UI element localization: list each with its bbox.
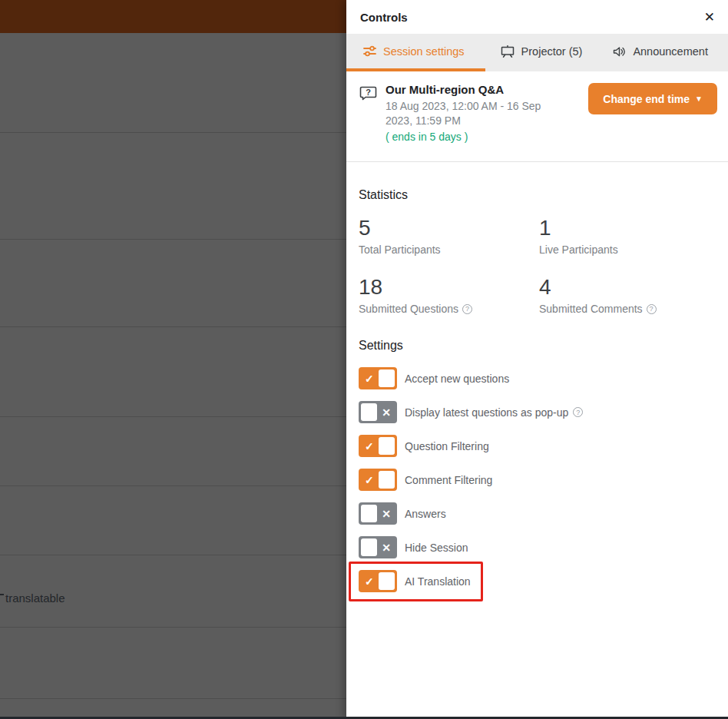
help-icon[interactable]: ? — [647, 304, 657, 314]
toggle-label: Question Filtering — [405, 440, 489, 452]
panel-header: Controls ✕ — [346, 0, 728, 34]
stat-live-participants: 1 Live Participants — [539, 217, 716, 256]
toggle-display-popup[interactable]: ✕ — [359, 401, 397, 423]
tab-announcement[interactable]: Announcement — [597, 34, 723, 71]
svg-text:?: ? — [366, 88, 371, 97]
tab-label: Session settings — [383, 45, 465, 58]
stat-label: Total Participants — [359, 244, 441, 256]
row-divider — [0, 239, 346, 240]
tab-label: Projector (5) — [521, 45, 583, 58]
row-divider — [0, 326, 346, 327]
row-divider — [0, 627, 346, 628]
setting-row-display-popup: ✕ Display latest questions as pop-up ? — [359, 401, 716, 423]
tab-label: Announcement — [633, 45, 708, 58]
stat-submitted-comments: 4 Submitted Comments ? — [539, 276, 716, 315]
statistics-heading: Statistics — [359, 162, 716, 202]
toggle-label: Comment Filtering — [405, 474, 492, 486]
dimmed-background: translatable — [0, 0, 346, 719]
stat-value: 4 — [539, 276, 716, 299]
setting-row-ai-translation: ✓ AI Translation — [359, 570, 481, 592]
session-name: Our Multi-region Q&A — [386, 83, 551, 96]
toggle-label: Hide Session — [405, 542, 468, 554]
highlight-rectangle: ✓ AI Translation — [349, 562, 483, 601]
background-clipped-text: translatable — [5, 591, 65, 605]
stat-label: Live Participants — [539, 244, 618, 256]
stat-value: 1 — [539, 217, 716, 240]
dimmed-app-header — [0, 0, 346, 33]
session-dates: 18 Aug 2023, 12:00 AM - 16 Sep 2023, 11:… — [386, 99, 551, 128]
stat-value: 18 — [359, 276, 539, 299]
setting-row-accept-new-questions: ✓ Accept new questions — [359, 367, 716, 389]
close-icon[interactable]: ✕ — [703, 9, 716, 25]
toggle-label: Display latest questions as pop-up ? — [405, 406, 583, 419]
row-divider — [0, 416, 346, 417]
toggle-hide-session[interactable]: ✕ — [359, 536, 397, 558]
help-icon[interactable]: ? — [573, 407, 583, 417]
megaphone-icon — [613, 45, 626, 58]
stat-submitted-questions: 18 Submitted Questions ? — [359, 276, 539, 315]
row-divider — [0, 485, 346, 486]
toggle-comment-filtering[interactable]: ✓ — [359, 469, 397, 491]
toggle-label: Accept new questions — [405, 373, 509, 385]
toggle-answers[interactable]: ✕ — [359, 502, 397, 525]
stat-total-participants: 5 Total Participants — [359, 217, 539, 256]
projector-icon — [501, 45, 515, 58]
tab-bar: Session settings Projector (5) — [346, 34, 728, 71]
settings-toggles: ✓ Accept new questions ✕ Display latest … — [359, 367, 716, 601]
change-end-time-label: Change end time — [603, 93, 690, 105]
row-divider — [0, 698, 346, 699]
stat-label: Submitted Questions — [359, 303, 458, 315]
question-bubble-icon: ? — [359, 85, 377, 105]
setting-row-hide-session: ✕ Hide Session — [359, 536, 716, 558]
row-divider — [0, 555, 346, 555]
setting-row-answers: ✕ Answers — [359, 502, 716, 525]
toggle-question-filtering[interactable]: ✓ — [359, 435, 397, 457]
setting-row-comment-filtering: ✓ Comment Filtering — [359, 469, 716, 491]
tab-session-settings[interactable]: Session settings — [346, 34, 485, 71]
help-icon[interactable]: ? — [462, 304, 472, 314]
toggle-label: AI Translation — [405, 575, 471, 588]
toggle-accept-new-questions[interactable]: ✓ — [359, 367, 397, 389]
statistics-grid: 5 Total Participants 1 Live Participants… — [359, 217, 716, 315]
controls-panel: Controls ✕ Session settings Proj — [346, 0, 728, 719]
session-ends-note: ( ends in 5 days ) — [386, 131, 551, 143]
caret-down-icon: ▼ — [695, 94, 703, 103]
tab-projector[interactable]: Projector (5) — [485, 34, 598, 71]
toggle-label: Answers — [405, 508, 446, 520]
setting-row-question-filtering: ✓ Question Filtering — [359, 435, 716, 457]
clipped-text-artifact — [0, 594, 4, 595]
change-end-time-button[interactable]: Change end time ▼ — [588, 83, 717, 114]
row-divider — [0, 132, 346, 133]
panel-title: Controls — [360, 11, 408, 24]
sliders-icon — [363, 45, 376, 57]
toggle-ai-translation[interactable]: ✓ — [359, 570, 397, 592]
stat-value: 5 — [359, 217, 539, 240]
session-info: ? Our Multi-region Q&A 18 Aug 2023, 12:0… — [346, 71, 728, 162]
settings-heading: Settings — [359, 339, 716, 353]
stat-label: Submitted Comments — [539, 303, 643, 315]
